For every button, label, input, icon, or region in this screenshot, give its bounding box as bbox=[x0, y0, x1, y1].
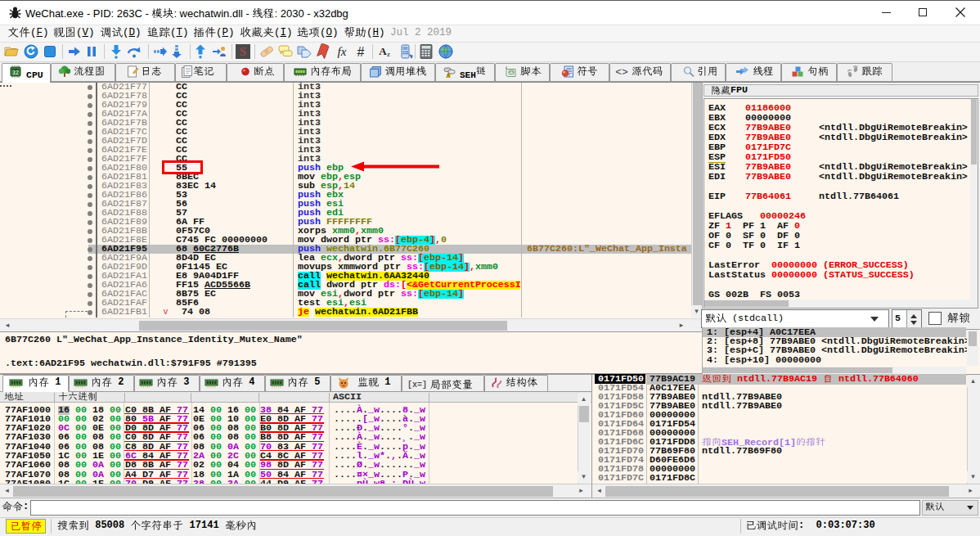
svg-text:A: A bbox=[379, 45, 387, 57]
svg-text:z: z bbox=[387, 50, 390, 58]
svg-text:<>: <> bbox=[509, 70, 515, 75]
svg-text:#: # bbox=[357, 45, 365, 59]
svg-text:<>: <> bbox=[615, 66, 628, 78]
svg-text:32: 32 bbox=[12, 70, 19, 75]
svg-text:S: S bbox=[240, 46, 246, 58]
svg-text:fx: fx bbox=[338, 45, 347, 58]
